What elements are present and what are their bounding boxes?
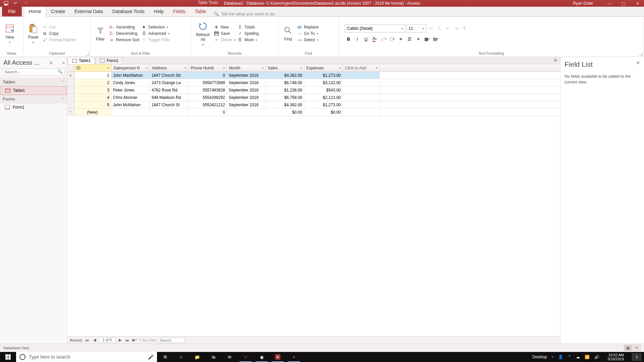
- nav-next-button[interactable]: ▶: [117, 338, 123, 342]
- row-header[interactable]: *: [67, 109, 74, 116]
- redo-icon[interactable]: ↷▾: [23, 1, 29, 6]
- onedrive-icon[interactable]: ☁: [576, 355, 580, 359]
- chevron-down-icon[interactable]: ▾: [185, 66, 186, 69]
- totals-button[interactable]: ΣTotals: [238, 25, 259, 29]
- cell-empty[interactable]: [343, 72, 380, 79]
- cell-sales[interactable]: $6,758.00: [266, 94, 304, 101]
- app-button[interactable]: ✦: [286, 352, 302, 362]
- table-row[interactable]: ▸1John MacMahon1847 Church Str0September…: [67, 72, 560, 79]
- tab-home[interactable]: Home: [24, 6, 46, 17]
- font-name-select[interactable]: Calibri (Detail)▾: [345, 24, 405, 33]
- desktop-toolbar[interactable]: Desktop: [532, 355, 547, 359]
- cell-phone[interactable]: 0: [189, 109, 227, 116]
- cell-month[interactable]: September 2018: [227, 86, 266, 94]
- underline-button[interactable]: U: [362, 35, 370, 43]
- table-new-row[interactable]: *(New)0$0.00$0.00: [67, 109, 560, 116]
- cell-address[interactable]: 4762 Rose Rd: [150, 86, 189, 94]
- chevron-down-icon[interactable]: ▾: [339, 66, 340, 69]
- cell-salesperson[interactable]: Peter Jones: [111, 86, 150, 94]
- nav-last-button[interactable]: ⏭: [124, 338, 130, 342]
- tab-fields[interactable]: Fields: [168, 7, 190, 16]
- user-name[interactable]: Ryan Dube: [573, 1, 593, 6]
- row-header[interactable]: ▸: [67, 72, 74, 79]
- find-button[interactable]: Find: [281, 25, 295, 42]
- design-view-button[interactable]: ✎: [633, 345, 641, 351]
- tab-help[interactable]: Help: [149, 7, 168, 16]
- cell-address[interactable]: 849 Madison Rd: [150, 94, 189, 101]
- cell-phone[interactable]: 5554288292: [189, 94, 227, 101]
- sort-ascending-button[interactable]: A↓Ascending: [109, 25, 140, 29]
- cut-button[interactable]: ✂Cut: [43, 25, 76, 29]
- text-direction-button[interactable]: ¶: [461, 24, 468, 32]
- cell-address[interactable]: 1847 Church Str: [150, 72, 189, 79]
- save-record-button[interactable]: 💾Save: [214, 31, 236, 36]
- datasheet-view-button[interactable]: ▦: [624, 345, 632, 351]
- cell-id[interactable]: 5: [74, 101, 111, 108]
- save-icon[interactable]: [3, 1, 9, 6]
- cell-expenses[interactable]: $2,121.00: [304, 94, 343, 101]
- tab-create[interactable]: Create: [46, 7, 70, 16]
- chevron-down-icon[interactable]: ▾: [108, 66, 109, 69]
- chevron-down-icon[interactable]: ▾: [146, 66, 148, 69]
- cell-phone[interactable]: 5553421212: [189, 101, 227, 108]
- cell-salesperson[interactable]: John McMahon: [111, 101, 150, 108]
- row-header[interactable]: [67, 79, 74, 86]
- nav-collapse-icon[interactable]: «: [62, 60, 65, 65]
- table-row[interactable]: 2Cindy Jones2473 Orange La5558773999Sept…: [67, 79, 560, 86]
- doc-tab-form1[interactable]: Form1: [96, 57, 123, 64]
- cell-address[interactable]: [150, 109, 189, 116]
- people-icon[interactable]: 👤: [558, 355, 563, 359]
- nav-item-form1[interactable]: Form1: [0, 103, 67, 111]
- dialog-launcher-icon[interactable]: [86, 52, 89, 56]
- view-button[interactable]: View ▾: [3, 23, 17, 45]
- fill-color-button[interactable]: ▾: [388, 35, 396, 43]
- cell-empty[interactable]: [343, 109, 380, 116]
- field-list-close-button[interactable]: ✕: [636, 60, 640, 65]
- cell-expenses[interactable]: $1,273.00: [304, 101, 343, 108]
- cell-sales[interactable]: $1,238.00: [266, 86, 304, 94]
- column-header-id[interactable]: ID▾: [74, 64, 111, 71]
- notification-center-button[interactable]: 3: [632, 353, 641, 361]
- filter-button[interactable]: Filter: [93, 25, 107, 42]
- volume-icon[interactable]: 🔊: [594, 355, 599, 359]
- cell-phone[interactable]: 5558773999: [189, 79, 227, 86]
- spelling-button[interactable]: ✓Spelling: [238, 31, 259, 36]
- close-button[interactable]: ✕: [633, 1, 642, 6]
- advanced-button[interactable]: ☰Advanced ▾: [142, 31, 170, 36]
- sort-descending-button[interactable]: Z↓Descending: [109, 31, 140, 36]
- cell-address[interactable]: 1847 Church St: [150, 101, 189, 108]
- column-header-expenses[interactable]: Expenses▾: [304, 64, 343, 71]
- cell-empty[interactable]: [343, 101, 380, 108]
- tab-file[interactable]: File: [2, 7, 22, 16]
- cell-sales[interactable]: $0.00: [266, 109, 304, 116]
- tray-up-icon[interactable]: ⌃: [568, 355, 571, 359]
- format-painter-button[interactable]: 🖌Format Painter: [43, 38, 76, 42]
- cell-id[interactable]: (New): [74, 109, 111, 116]
- nav-item-table1[interactable]: Table1: [0, 86, 67, 95]
- chrome-button[interactable]: ◉: [254, 352, 270, 362]
- chevron-down-icon[interactable]: ▾: [223, 66, 225, 69]
- italic-button[interactable]: I: [354, 35, 361, 43]
- doc-tab-table1[interactable]: Table1: [68, 57, 95, 64]
- tray-overflow-icon[interactable]: »: [552, 355, 553, 359]
- tell-me-search[interactable]: 🔍 Tell me what you want to do: [214, 11, 275, 16]
- nav-first-button[interactable]: ⏮: [84, 338, 90, 342]
- vivaldi-button[interactable]: V: [237, 352, 254, 362]
- record-search-input[interactable]: [158, 338, 185, 343]
- row-header[interactable]: [67, 94, 74, 101]
- new-record-button[interactable]: ✚New: [214, 25, 236, 29]
- access-button[interactable]: A: [270, 352, 286, 362]
- copy-button[interactable]: ⧉Copy: [43, 31, 76, 36]
- outdent-button[interactable]: ⇤: [444, 24, 451, 32]
- column-header-month[interactable]: Month▾: [227, 64, 266, 71]
- cell-month[interactable]: September 2018: [227, 79, 266, 86]
- record-position[interactable]: 1 of 5: [99, 338, 116, 343]
- taskbar-search[interactable]: Type here to search 🎤: [16, 352, 157, 362]
- highlight-button[interactable]: 🖍▾: [380, 35, 387, 43]
- nav-category-forms[interactable]: Forms⌃: [0, 95, 67, 103]
- refresh-all-button[interactable]: Refresh All ▾: [194, 20, 212, 47]
- more-button[interactable]: ☰More ▾: [238, 38, 259, 42]
- chevron-down-icon[interactable]: ▾: [301, 66, 302, 69]
- cell-id[interactable]: 4: [74, 94, 111, 101]
- table-row[interactable]: 5John McMahon1847 Church St5553421212Sep…: [67, 101, 560, 109]
